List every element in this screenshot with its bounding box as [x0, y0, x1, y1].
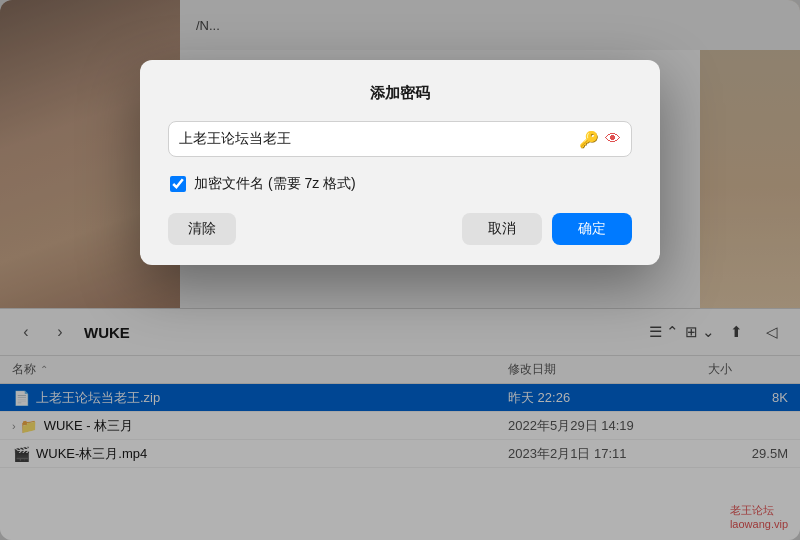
add-password-dialog: 添加密码 🔑 👁 加密文件名 (需要 7z 格式) 清除 取消 确定	[140, 60, 660, 265]
clear-button[interactable]: 清除	[168, 213, 236, 245]
cancel-button[interactable]: 取消	[462, 213, 542, 245]
dialog-buttons: 清除 取消 确定	[168, 213, 632, 245]
password-field-row: 🔑 👁	[168, 121, 632, 157]
modal-overlay: 添加密码 🔑 👁 加密文件名 (需要 7z 格式) 清除 取消 确定	[0, 0, 800, 540]
confirm-button[interactable]: 确定	[552, 213, 632, 245]
encrypt-filename-checkbox[interactable]	[170, 176, 186, 192]
password-icons: 🔑 👁	[579, 130, 621, 149]
password-input[interactable]	[179, 131, 579, 147]
key-icon: 🔑	[579, 130, 599, 149]
encrypt-filename-row: 加密文件名 (需要 7z 格式)	[168, 175, 632, 193]
eye-icon[interactable]: 👁	[605, 130, 621, 148]
dialog-title: 添加密码	[168, 84, 632, 103]
encrypt-filename-label: 加密文件名 (需要 7z 格式)	[194, 175, 356, 193]
